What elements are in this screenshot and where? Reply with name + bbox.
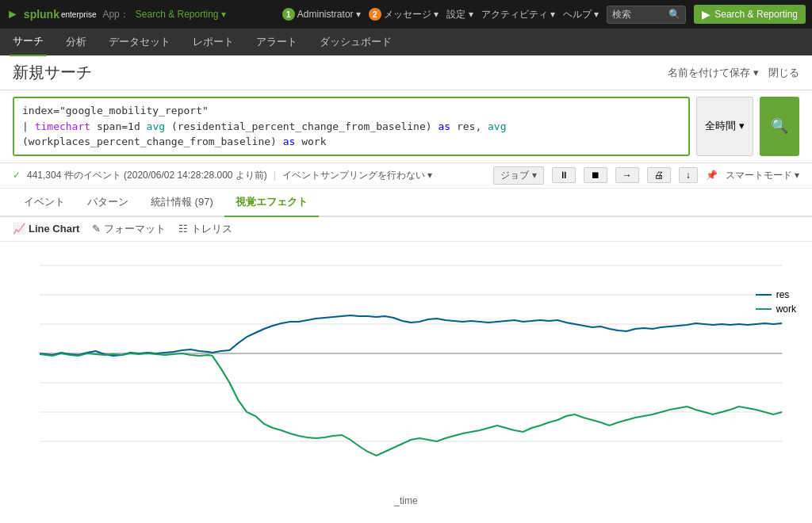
res-line — [40, 315, 782, 356]
job-dropdown[interactable]: ジョブ ▾ — [493, 166, 543, 185]
splunk-text: splunk — [24, 8, 59, 21]
chart-toolbar: 📈 Line Chart ✎ フォーマット ☷ トレリス — [0, 217, 812, 242]
nav-datasets[interactable]: データセット — [105, 29, 174, 55]
legend-res-label: res — [776, 289, 790, 300]
pause-icon: ⏸ — [559, 170, 569, 181]
event-count-text: 441,304 件のイベント (2020/06/02 14:28:28.000 … — [27, 169, 267, 182]
chart-legend: res work — [756, 289, 796, 318]
query-span: span=1d — [97, 120, 147, 132]
messages-menu[interactable]: 2 メッセージ ▾ — [369, 8, 439, 21]
save-button[interactable]: 名前を付けて保存 ▾ — [668, 66, 759, 80]
settings-menu[interactable]: 設定 ▾ — [446, 8, 473, 21]
linechart-tool[interactable]: 📈 Line Chart — [13, 223, 79, 235]
status-bar: ✓ 441,304 件のイベント (2020/06/02 14:28:28.00… — [0, 163, 812, 189]
run-search-button[interactable]: 🔍 — [760, 97, 799, 156]
close-button[interactable]: 閉じる — [768, 66, 799, 80]
nav-reports[interactable]: レポート — [190, 29, 237, 55]
app-separator: App： — [102, 8, 128, 21]
help-label: ヘルプ ▾ — [563, 8, 599, 21]
query-arg2: (workplaces_percent_change_from_baseline… — [22, 136, 283, 147]
nav-alerts[interactable]: アラート — [253, 29, 301, 55]
search-area: index="google_mobility_report" | timecha… — [0, 90, 812, 163]
search-nav-placeholder: 検索 — [612, 8, 631, 21]
status-divider: | — [274, 170, 276, 181]
tab-statistics[interactable]: 統計情報 (97) — [140, 189, 224, 217]
query-avg2: avg — [488, 120, 506, 132]
pin-icon: 📌 — [706, 170, 718, 181]
work-line — [40, 353, 782, 456]
page-title: 新規サーチ — [13, 62, 92, 83]
query-avg1: avg — [147, 120, 165, 132]
sr-button-label: Search & Reporting — [714, 9, 798, 20]
chart-container: 30 20 10 0 -10 -20 -30 -40 -50 2/17 (月) … — [0, 242, 812, 495]
legend-res: res — [756, 289, 796, 300]
top-nav: ► splunk enterprise App： Search & Report… — [0, 0, 812, 29]
print-icon: 🖨 — [654, 170, 664, 181]
export-icon: ↓ — [686, 170, 691, 181]
activity-label: アクティビティ ▾ — [481, 8, 555, 21]
legend-res-line — [756, 294, 772, 296]
share-button[interactable]: → — [615, 167, 639, 183]
query-line1: index="google_mobility_report" — [22, 103, 680, 119]
nav-analysis[interactable]: 分析 — [63, 29, 90, 55]
export-button[interactable]: ↓ — [679, 167, 698, 183]
stop-icon: ⏹ — [591, 170, 600, 181]
search-run-icon: 🔍 — [771, 117, 788, 135]
settings-label: 設定 ▾ — [446, 8, 473, 21]
job-label: ジョブ ▾ — [500, 169, 536, 182]
query-timechart: timechart — [35, 120, 90, 132]
query-as1: as — [438, 120, 450, 132]
tab-events[interactable]: イベント — [13, 189, 76, 217]
legend-work-line — [756, 308, 772, 310]
query-pipe: | — [22, 120, 35, 132]
nav-dashboards[interactable]: ダッシュボード — [316, 29, 395, 55]
page-header: 新規サーチ 名前を付けて保存 ▾ 閉じる — [0, 55, 812, 90]
trellis-icon: ☷ — [178, 223, 188, 235]
x-axis-label: _time — [0, 495, 812, 510]
query-as2: as — [283, 136, 296, 147]
sr-button[interactable]: ▶ Search & Reporting — [694, 5, 806, 24]
time-range-label: 全時間 ▾ — [705, 119, 745, 133]
format-label: フォーマット — [104, 222, 166, 236]
msg-label: メッセージ ▾ — [384, 8, 439, 21]
trellis-label: トレリス — [191, 222, 232, 236]
stop-button[interactable]: ⏹ — [584, 167, 607, 183]
search-input[interactable]: index="google_mobility_report" | timecha… — [13, 97, 690, 156]
enterprise-text: enterprise — [61, 10, 96, 19]
trellis-tool[interactable]: ☷ トレリス — [178, 222, 232, 236]
app-name[interactable]: Search & Reporting ▾ — [136, 9, 226, 20]
time-range-picker[interactable]: 全時間 ▾ — [696, 97, 753, 156]
activity-menu[interactable]: アクティビティ ▾ — [481, 8, 555, 21]
tab-visualization[interactable]: 視覚エフェクト — [224, 189, 319, 217]
global-search-box[interactable]: 検索 🔍 — [607, 6, 686, 24]
header-actions: 名前を付けて保存 ▾ 閉じる — [668, 66, 799, 80]
status-check-icon: ✓ — [13, 170, 21, 181]
legend-work-label: work — [776, 303, 796, 315]
sampling-dropdown[interactable]: イベントサンプリングを行わない ▾ — [282, 169, 432, 182]
tabs-row: イベント パターン 統計情報 (97) 視覚エフェクト — [0, 189, 812, 217]
tab-patterns[interactable]: パターン — [76, 189, 140, 217]
smart-mode-label: スマートモード ▾ — [726, 169, 799, 182]
job-controls: ジョブ ▾ ⏸ ⏹ → 🖨 ↓ 📌 スマートモード ▾ — [493, 166, 799, 185]
query-work: work — [301, 136, 326, 147]
format-tool[interactable]: ✎ フォーマット — [92, 222, 166, 236]
legend-work: work — [756, 303, 796, 315]
logo-arrow-icon: ► — [6, 7, 19, 21]
admin-dot: 1 — [282, 8, 295, 21]
sr-arrow-icon: ▶ — [702, 8, 710, 21]
nav-right: 1 Administrator ▾ 2 メッセージ ▾ 設定 ▾ アクティビティ… — [282, 5, 806, 24]
chart-svg: 30 20 10 0 -10 -20 -30 -40 -50 2/17 (月) … — [40, 250, 799, 471]
print-button[interactable]: 🖨 — [647, 167, 671, 183]
smart-mode-dropdown[interactable]: スマートモード ▾ — [726, 169, 799, 182]
splunk-logo: ► splunk enterprise — [6, 7, 96, 21]
linechart-icon: 📈 — [13, 223, 25, 235]
admin-menu[interactable]: 1 Administrator ▾ — [282, 8, 361, 21]
format-icon: ✎ — [92, 223, 101, 235]
search-nav-icon: 🔍 — [668, 9, 680, 20]
share-icon: → — [622, 170, 632, 181]
linechart-label: Line Chart — [29, 223, 79, 235]
pause-button[interactable]: ⏸ — [552, 167, 576, 183]
help-menu[interactable]: ヘルプ ▾ — [563, 8, 599, 21]
query-arg1: (residential_percent_change_from_baselin… — [171, 120, 439, 132]
nav-search[interactable]: サーチ — [10, 28, 47, 56]
